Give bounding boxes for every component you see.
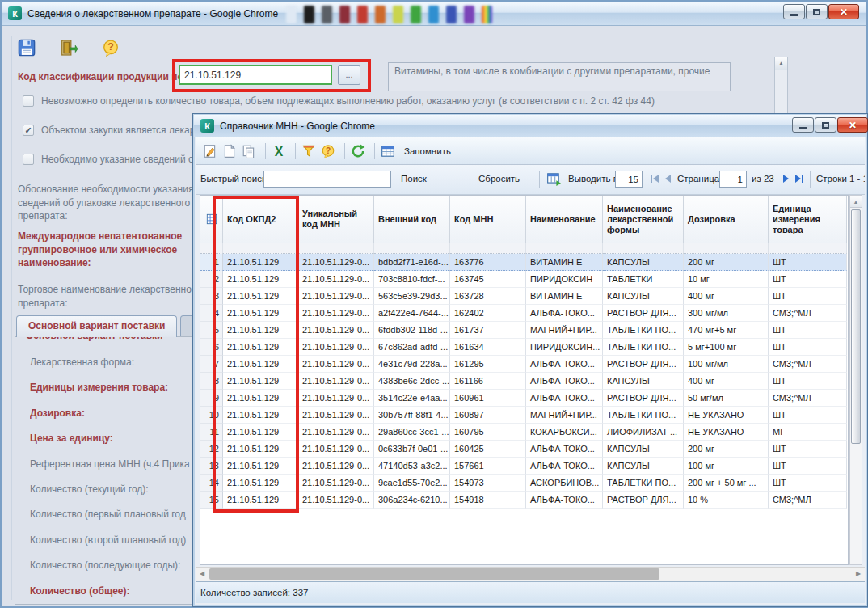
next-page-icon[interactable] xyxy=(779,172,793,186)
exit-door-icon[interactable] xyxy=(60,39,78,57)
cell-mnn-code: 163745 xyxy=(450,271,526,288)
cell-unit: ШТ xyxy=(769,475,847,492)
cell-form: КАПСУЛЫ xyxy=(603,373,684,390)
cell-mnn-code: 163728 xyxy=(450,288,526,305)
row-number-cell: 1 xyxy=(200,254,223,271)
scroll-left-icon[interactable]: ◀ xyxy=(196,568,209,581)
okpd-browse-button[interactable]: ... xyxy=(338,65,360,85)
cell-okpd: 21.10.51.129 xyxy=(223,356,298,373)
help-icon[interactable]: ? xyxy=(320,143,336,159)
cell-form: ТАБЛЕТКИ ПО... xyxy=(603,322,684,339)
okpd-input[interactable] xyxy=(179,65,332,85)
select-all-grid-icon[interactable] xyxy=(200,196,223,243)
table-row[interactable]: 7 21.10.51.129 21.10.51.129-0... 4e31c79… xyxy=(200,356,848,373)
table-row[interactable]: 11 21.10.51.129 21.10.51.129-0... 29a860… xyxy=(200,424,848,441)
table-row[interactable]: 2 21.10.51.129 21.10.51.129-0... 703c881… xyxy=(200,271,848,288)
tab-main-supply[interactable]: Основной вариант поставки xyxy=(16,315,177,337)
titlebar-artifact xyxy=(428,6,439,23)
scroll-up-icon[interactable]: ▲ xyxy=(775,57,787,70)
column-header-name[interactable]: Наименование xyxy=(526,196,603,243)
cell-okpd: 21.10.51.129 xyxy=(223,288,298,305)
column-header-mnn-code[interactable]: Код МНН xyxy=(450,196,526,243)
column-header-okpd[interactable]: Код ОКПД2 xyxy=(223,196,298,243)
save-icon[interactable] xyxy=(18,39,36,57)
prev-page-icon[interactable] xyxy=(662,172,676,186)
page-input[interactable] xyxy=(719,171,747,188)
table-horizontal-scrollbar[interactable]: ◀ ▶ xyxy=(196,567,865,581)
column-header-form[interactable]: Наименование лекарственной формы xyxy=(603,196,684,243)
cell-name: МАГНИЙ+ПИР... xyxy=(526,407,603,424)
table-row[interactable]: 14 21.10.51.129 21.10.51.129-0... 9cae1d… xyxy=(200,475,848,492)
table-row[interactable]: 15 21.10.51.129 21.10.51.129-0... 306a23… xyxy=(200,492,848,509)
minimize-button[interactable] xyxy=(792,117,814,133)
table-row[interactable]: 1 21.10.51.129 21.10.51.129-0... bdbd2f7… xyxy=(200,254,848,271)
last-page-icon[interactable] xyxy=(793,172,807,186)
fg-window-titlebar[interactable]: К Справочник МНН - Google Chrome ✕ xyxy=(194,115,866,137)
cell-external-code: 47140d53-a3c2... xyxy=(374,458,450,475)
cell-mnn-code: 161737 xyxy=(450,322,526,339)
cell-name: АЛЬФА-ТОКО... xyxy=(526,441,603,458)
checkbox[interactable] xyxy=(23,95,34,107)
fg-toolbar: X ? Запомнить xyxy=(196,137,865,165)
cell-external-code: 30b757ff-88f1-4... xyxy=(374,407,450,424)
cell-unit: ШТ xyxy=(769,407,847,424)
close-button[interactable]: ✕ xyxy=(837,117,868,133)
table-row[interactable]: 8 21.10.51.129 21.10.51.129-0... 4383be6… xyxy=(200,373,848,390)
refresh-icon[interactable] xyxy=(350,143,366,159)
per-page-input[interactable] xyxy=(615,171,643,188)
help-icon[interactable]: ? xyxy=(102,39,120,57)
minimize-button[interactable] xyxy=(783,4,805,19)
table-row[interactable]: 13 21.10.51.129 21.10.51.129-0... 47140d… xyxy=(200,458,848,475)
checkbox-label: Объектом закупки является лекар xyxy=(41,125,195,137)
table-row[interactable]: 5 21.10.51.129 21.10.51.129-0... 6fddb30… xyxy=(200,322,848,339)
row-number-cell: 6 xyxy=(200,339,223,356)
reset-button[interactable]: Сбросить xyxy=(478,174,520,184)
filter-icon[interactable] xyxy=(301,143,317,159)
cell-mnn-code: 160795 xyxy=(450,424,526,441)
table-row[interactable]: 9 21.10.51.129 21.10.51.129-0... 3514c22… xyxy=(200,390,848,407)
row-number-cell: 7 xyxy=(200,356,223,373)
row-number-cell: 13 xyxy=(200,458,223,475)
table-grid-icon[interactable] xyxy=(380,143,396,159)
close-button[interactable]: ✕ xyxy=(828,4,859,19)
maximize-button[interactable] xyxy=(806,4,828,19)
table-row[interactable]: 4 21.10.51.129 21.10.51.129-0... a2f422e… xyxy=(200,305,848,322)
scroll-thumb[interactable] xyxy=(209,568,659,580)
cell-okpd: 21.10.51.129 xyxy=(223,475,298,492)
cell-form: ТАБЛЕТКИ ПО... xyxy=(603,407,684,424)
cell-unit: МГ xyxy=(769,424,847,441)
maximize-button[interactable] xyxy=(815,117,836,133)
first-page-icon[interactable] xyxy=(648,172,662,186)
new-document-icon[interactable] xyxy=(221,143,238,159)
quick-search-label: Быстрый поиск xyxy=(200,174,266,184)
table-row[interactable]: 12 21.10.51.129 21.10.51.129-0... 0c633b… xyxy=(200,441,848,458)
excel-export-icon[interactable]: X xyxy=(271,143,287,159)
checkbox[interactable] xyxy=(23,125,34,136)
column-header-external-code[interactable]: Внешний код xyxy=(374,196,450,243)
cell-external-code: 67c862ad-adfd-... xyxy=(374,339,450,356)
column-header-unit[interactable]: Единица измерения товара xyxy=(769,196,847,243)
search-button[interactable]: Поиск xyxy=(401,174,427,184)
table-vertical-scrollbar[interactable]: ▲ xyxy=(849,195,862,565)
mnn-directory-window: К Справочник МНН - Google Chrome ✕ X ? xyxy=(192,113,868,607)
scroll-right-icon[interactable]: ▶ xyxy=(852,568,865,581)
column-header-dose[interactable]: Дозировка xyxy=(684,196,769,243)
table-row[interactable]: 6 21.10.51.129 21.10.51.129-0... 67c862a… xyxy=(200,339,848,356)
cell-external-code: 9cae1d55-70e2... xyxy=(374,475,450,492)
table-row[interactable]: 10 21.10.51.129 21.10.51.129-0... 30b757… xyxy=(200,407,848,424)
cell-form: КАПСУЛЫ xyxy=(603,288,684,305)
remember-button[interactable]: Запомнить xyxy=(404,146,451,156)
edit-icon[interactable] xyxy=(202,143,218,159)
copy-icon[interactable] xyxy=(241,143,257,159)
checkbox[interactable] xyxy=(23,154,34,165)
table-row[interactable]: 3 21.10.51.129 21.10.51.129-0... 563c5e3… xyxy=(200,288,848,305)
column-settings-icon[interactable] xyxy=(546,171,560,185)
titlebar-artifact xyxy=(393,6,403,23)
svg-text:X: X xyxy=(275,144,284,158)
quick-search-input[interactable] xyxy=(263,171,391,188)
cell-name: АСКОРБИНОВ... xyxy=(526,475,603,492)
column-header-unique-code[interactable]: Уникальный код МНН xyxy=(298,196,374,243)
scroll-up-icon[interactable]: ▲ xyxy=(850,196,862,208)
bg-window-titlebar[interactable]: К Сведения о лекарственном препарате - G… xyxy=(2,2,866,26)
scroll-thumb[interactable] xyxy=(851,209,861,444)
